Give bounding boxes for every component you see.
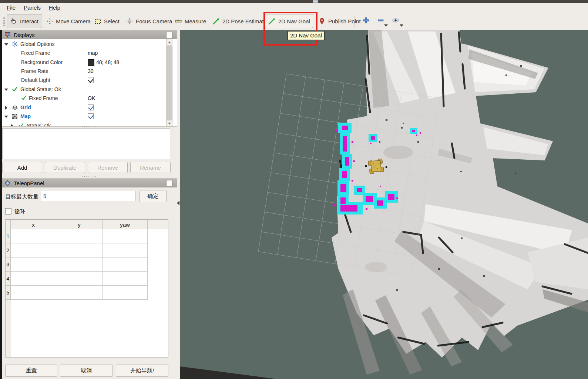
default-light-checkbox[interactable] <box>88 77 94 83</box>
column-header-y[interactable]: y <box>56 220 103 229</box>
waypoint-cell-y[interactable] <box>56 272 103 286</box>
splitter-handle[interactable] <box>82 176 97 177</box>
loop-checkbox[interactable] <box>5 208 11 215</box>
waypoint-cell-y[interactable] <box>56 286 103 300</box>
add-tool-button[interactable] <box>360 16 372 27</box>
tool-select[interactable]: Select <box>91 14 123 28</box>
displays-button-row: Add Duplicate Remove Rename <box>2 162 177 173</box>
column-header-x[interactable]: x <box>11 220 56 229</box>
measure-ruler-icon <box>175 18 182 24</box>
scroll-up-button[interactable] <box>166 39 172 45</box>
color-swatch[interactable] <box>88 59 94 66</box>
waypoint-table-header: x y yaw <box>6 220 168 229</box>
property-value[interactable]: 30 <box>88 68 94 74</box>
row-header[interactable]: 4 <box>6 272 11 286</box>
expand-arrow-icon[interactable] <box>4 89 8 91</box>
cancel-button[interactable]: 取消 <box>60 365 113 377</box>
tree-row-grid-display[interactable]: Grid <box>2 103 165 112</box>
grid-enabled-checkbox[interactable] <box>88 104 94 110</box>
tool-measure[interactable]: Measure <box>172 14 209 28</box>
property-value[interactable]: 48; 48; 48 <box>96 59 119 65</box>
tree-row-frame-rate[interactable]: Frame Rate 30 <box>2 67 165 76</box>
hand-icon <box>10 18 17 24</box>
collapsed-arrow-icon[interactable] <box>5 106 7 110</box>
column-header-yaw[interactable]: yaw <box>103 220 148 229</box>
tool-publish-point[interactable]: Publish Point <box>315 14 364 28</box>
tree-row-fixed-frame[interactable]: Fixed Frame map <box>2 49 165 58</box>
row-header[interactable]: 5 <box>6 286 11 300</box>
3d-viewport[interactable] <box>180 30 588 379</box>
tool-focus-camera[interactable]: Focus Camera <box>123 14 175 28</box>
robot-side-dot <box>365 165 367 167</box>
start-navigation-button[interactable]: 开始导航! <box>116 365 168 377</box>
waypoint-cell-x[interactable] <box>11 272 56 286</box>
displays-panel-header[interactable]: Displays <box>2 30 177 39</box>
teleop-panel-title: TeleopPanel <box>14 180 44 186</box>
map-enabled-checkbox[interactable] <box>88 113 94 119</box>
menu-file[interactable]: File <box>5 4 17 11</box>
menu-panels[interactable]: Panels <box>22 4 42 11</box>
waypoint-cell-y[interactable] <box>56 243 103 257</box>
panel-float-button[interactable] <box>166 180 172 186</box>
menu-help[interactable]: Help <box>47 4 62 11</box>
rename-display-button[interactable]: Rename <box>130 162 171 173</box>
displays-panel-title: Displays <box>14 32 35 38</box>
expand-arrow-icon[interactable] <box>4 116 8 118</box>
status-ok-check-icon <box>12 86 18 93</box>
row-header[interactable]: 1 <box>6 229 11 243</box>
remove-display-button[interactable]: Remove <box>88 162 128 173</box>
scroll-down-button[interactable] <box>166 120 172 126</box>
confirm-button[interactable]: 确定 <box>140 190 167 202</box>
waypoint-cell-x[interactable] <box>11 257 56 272</box>
toolbar-drag-handle[interactable] <box>3 16 5 26</box>
panel-float-button[interactable] <box>166 32 172 38</box>
corner-header <box>6 220 11 229</box>
tree-scrollbar[interactable] <box>166 39 172 126</box>
left-panel: Displays Global Options Fixed Frame map <box>0 30 180 379</box>
tool-interact[interactable]: Interact <box>7 14 42 28</box>
gear-icon <box>12 41 18 47</box>
displays-tree: Global Options Fixed Frame map Backgroun… <box>2 39 177 127</box>
waypoint-cell-x[interactable] <box>11 243 56 257</box>
tool-visibility-button[interactable] <box>389 16 402 27</box>
add-display-button[interactable]: Add <box>2 162 42 173</box>
max-goals-input[interactable] <box>41 191 135 201</box>
waypoint-cell-yaw[interactable] <box>103 286 148 300</box>
tree-row-status-fixed-frame[interactable]: Fixed Frame OK <box>2 94 165 103</box>
tree-row-background-color[interactable]: Background Color 48; 48; 48 <box>2 58 165 67</box>
waypoint-cell-yaw[interactable] <box>103 229 148 243</box>
waypoint-cell-y[interactable] <box>56 257 103 272</box>
teleop-panel-header[interactable]: TeleopPanel <box>2 178 177 187</box>
tree-row-default-light[interactable]: Default Light <box>2 76 165 85</box>
waypoint-cell-x[interactable] <box>11 286 56 300</box>
waypoint-cell-yaw[interactable] <box>103 257 148 272</box>
collapsed-arrow-icon[interactable] <box>11 124 13 127</box>
scrollbar-thumb[interactable] <box>167 46 172 120</box>
expand-arrow-icon[interactable] <box>4 43 8 46</box>
tool-move-camera[interactable]: Move Camera <box>43 14 94 28</box>
remove-tool-button[interactable] <box>374 16 387 27</box>
status-ok-check-icon <box>21 95 27 102</box>
waypoint-cell-yaw[interactable] <box>103 272 148 286</box>
waypoint-cell-yaw[interactable] <box>103 243 148 257</box>
scroll-up-icon <box>168 41 171 43</box>
map-display-icon <box>12 113 18 120</box>
tree-row-map-display[interactable]: Map <box>2 112 165 121</box>
focus-camera-icon <box>126 18 133 24</box>
menu-bar: File Panels Help <box>0 3 588 12</box>
splitter-handle[interactable] <box>82 126 97 127</box>
panel-collapse-handle[interactable] <box>177 201 179 205</box>
nav-goal-tooltip: 2D Nav Goal <box>288 31 325 40</box>
tree-row-global-options[interactable]: Global Options <box>2 40 165 49</box>
duplicate-display-button[interactable]: Duplicate <box>45 162 85 173</box>
waypoint-cell-x[interactable] <box>11 229 56 243</box>
row-header[interactable]: 2 <box>6 243 11 257</box>
tree-row-global-status[interactable]: Global Status: Ok <box>2 85 165 94</box>
waypoint-cell-y[interactable] <box>56 229 103 243</box>
property-value[interactable]: map <box>88 50 98 56</box>
reset-button[interactable]: 重置 <box>5 365 57 377</box>
row-header[interactable]: 3 <box>6 257 11 272</box>
tool-label: Move Camera <box>56 18 91 24</box>
waypoint-row: 3 <box>6 257 168 272</box>
tool-2d-pose-estimate[interactable]: 2D Pose Estimate <box>209 14 270 28</box>
